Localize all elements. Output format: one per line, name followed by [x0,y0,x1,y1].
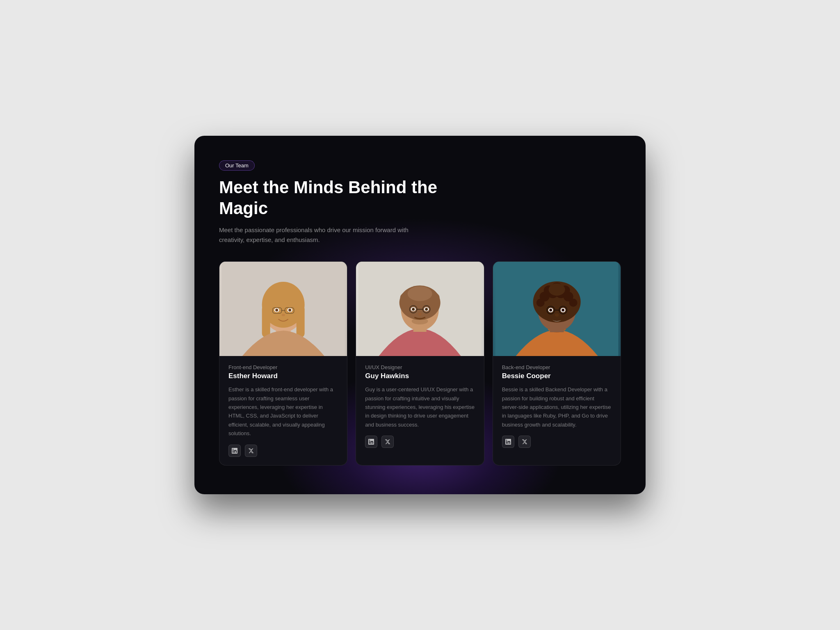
guy-twitter[interactable] [381,436,394,448]
svg-point-39 [536,299,544,307]
esther-name: Esther Howard [228,372,338,380]
team-card-esther-body: Front-end Developer Esther Howard Esther… [219,356,347,465]
svg-point-24 [412,308,415,311]
svg-point-21 [408,286,432,301]
guy-role: UI/UX Designer [365,364,475,370]
section-header: Our Team Meet the Minds Behind the Magic… [219,160,621,245]
team-card-esther-image [219,262,347,356]
esther-role: Front-end Developer [228,364,338,370]
esther-linkedin[interactable] [228,445,241,457]
team-card-bessie-body: Back-end Developer Bessie Cooper Bessie … [493,356,621,456]
svg-point-30 [412,318,428,324]
esther-social [228,445,338,457]
section-badge: Our Team [219,160,255,171]
esther-bio: Esther is a skilled front-end developer … [228,385,338,438]
bessie-social [502,436,612,448]
team-card-guy-image [356,262,484,356]
section-description: Meet the passionate professionals who dr… [219,225,416,245]
bessie-role: Back-end Developer [502,364,612,370]
svg-point-14 [282,314,285,316]
team-card-guy-body: UI/UX Designer Guy Hawkins Guy is a user… [356,356,484,456]
svg-point-47 [549,309,552,312]
svg-point-44 [548,283,565,296]
guy-name: Guy Hawkins [365,372,475,380]
svg-rect-5 [262,305,270,338]
svg-point-40 [569,299,577,307]
svg-point-48 [562,309,564,312]
team-grid: Front-end Developer Esther Howard Esther… [219,261,621,466]
svg-point-52 [555,313,559,317]
main-content: Our Team Meet the Minds Behind the Magic… [219,160,621,465]
page-container: Our Team Meet the Minds Behind the Magic… [194,136,646,494]
bessie-twitter[interactable] [518,436,531,448]
bessie-bio: Bessie is a skilled Backend Developer wi… [502,385,612,429]
svg-point-25 [425,308,428,311]
section-title: Meet the Minds Behind the Magic [219,177,621,219]
guy-social [365,436,475,448]
bessie-name: Bessie Cooper [502,372,612,380]
bessie-linkedin[interactable] [502,436,514,448]
team-card-bessie: Back-end Developer Bessie Cooper Bessie … [493,261,621,466]
svg-point-9 [275,309,278,312]
guy-linkedin[interactable] [365,436,377,448]
svg-point-10 [288,309,291,312]
team-card-guy: UI/UX Designer Guy Hawkins Guy is a user… [356,261,484,466]
guy-bio: Guy is a user-centered UI/UX Designer wi… [365,385,475,429]
team-card-esther: Front-end Developer Esther Howard Esther… [219,261,347,466]
svg-rect-6 [297,305,305,338]
esther-twitter[interactable] [245,445,257,457]
team-card-bessie-image [493,262,621,356]
svg-point-29 [418,313,422,316]
